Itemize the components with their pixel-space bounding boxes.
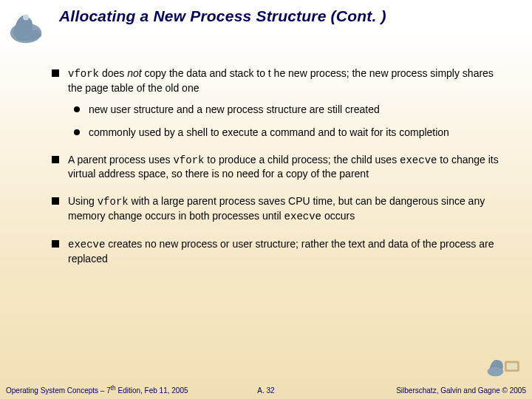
- text: Silberschatz, Galvin and Gagne: [396, 386, 502, 395]
- text: to produce a child process; the child us…: [204, 154, 400, 166]
- bullet-3: Using vfork with a large parent process …: [52, 194, 502, 224]
- text: with a large parent process saves CPU ti…: [68, 195, 485, 222]
- text: does: [99, 67, 127, 79]
- footer-left: Operating System Concepts – 7th Edition,…: [6, 384, 188, 395]
- dinosaur-icon: [4, 4, 47, 47]
- sub-bullet-1a: new user structure and a new process str…: [68, 103, 502, 117]
- text: commonly used by a shell to execute a co…: [89, 126, 449, 138]
- svg-rect-3: [507, 363, 517, 369]
- slide-footer: Operating System Concepts – 7th Edition,…: [6, 384, 526, 395]
- copyright: © 2005: [502, 386, 526, 395]
- text: creates no new process or user structure…: [68, 238, 494, 265]
- text: Using: [68, 195, 98, 207]
- footer-page-number: A. 32: [257, 386, 274, 395]
- code-execve: execve: [68, 239, 105, 250]
- text: new user structure and a new process str…: [89, 103, 380, 115]
- svg-point-1: [23, 15, 29, 21]
- italic-not: not: [127, 67, 141, 79]
- code-vfork: vfork: [98, 196, 129, 208]
- code-vfork: vfork: [68, 68, 99, 80]
- text: Operating System Concepts – 7: [6, 386, 111, 395]
- logo-bottom-right: [485, 349, 525, 381]
- svg-point-4: [488, 367, 504, 377]
- text: A parent process uses: [68, 154, 173, 166]
- bullet-1: vfork does not copy the data and stack t…: [52, 66, 502, 140]
- bullet-2: A parent process uses vfork to produce a…: [52, 153, 502, 182]
- text: occurs: [321, 210, 355, 222]
- slide-title: Allocating a New Process Structure (Cont…: [59, 7, 517, 25]
- text: Edition, Feb 11, 2005: [116, 386, 188, 395]
- dinosaur-computer-icon: [485, 349, 525, 381]
- logo-top-left: [4, 4, 47, 47]
- code-execve: execve: [284, 211, 321, 222]
- code-execve: execve: [400, 154, 437, 166]
- superscript-th: th: [111, 384, 116, 392]
- code-vfork: vfork: [173, 154, 204, 166]
- slide-body: vfork does not copy the data and stack t…: [52, 66, 502, 279]
- footer-right: Silberschatz, Galvin and Gagne © 2005: [396, 386, 526, 395]
- sub-bullet-1b: commonly used by a shell to execute a co…: [68, 126, 502, 140]
- bullet-4: execve creates no new process or user st…: [52, 237, 502, 266]
